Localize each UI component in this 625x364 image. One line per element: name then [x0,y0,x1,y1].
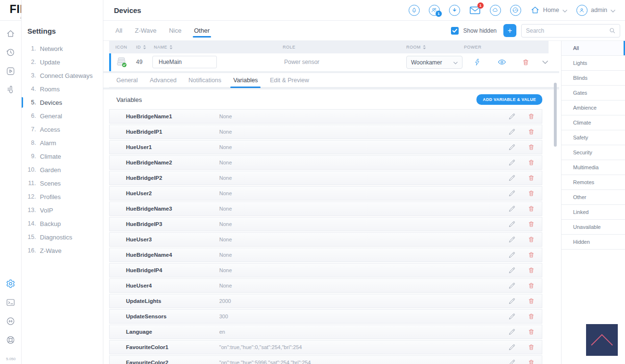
category-item[interactable]: Other [562,190,625,205]
home-icon[interactable] [6,29,15,38]
edit-pencil-icon[interactable] [508,282,516,290]
category-item[interactable]: Security [562,145,625,160]
category-item[interactable]: Lights [562,56,625,71]
settings-nav-item[interactable]: 7. Access [22,123,103,136]
device-subtab[interactable]: Variables [233,73,258,88]
history-icon[interactable] [6,48,15,57]
device-subtab[interactable]: Notifications [188,73,221,88]
device-subtab[interactable]: Advanced [150,73,176,88]
settings-nav-item[interactable]: 9. Climate [22,150,103,163]
scrollbar-thumb[interactable] [554,83,557,147]
edit-pencil-icon[interactable] [508,343,516,351]
delete-variable-icon[interactable] [527,297,535,305]
users-icon[interactable]: 1 [429,5,440,16]
category-item[interactable]: Hidden [562,235,625,250]
delete-device-icon[interactable] [521,58,530,66]
settings-nav-item[interactable]: 3. Connect Gateways [22,69,103,82]
category-item[interactable]: Ambience [562,100,625,115]
category-item[interactable]: Blinds [562,71,625,86]
category-item[interactable]: Climate [562,115,625,130]
delete-variable-icon[interactable] [527,313,535,321]
search-input[interactable] [526,27,609,34]
settings-icon[interactable] [6,279,15,289]
edit-pencil-icon[interactable] [508,113,516,121]
delete-variable-icon[interactable] [527,282,535,290]
settings-nav-item[interactable]: 8. Alarm [22,136,103,150]
settings-nav-item[interactable]: 2. Update [22,55,103,69]
delete-variable-icon[interactable] [527,328,535,336]
edit-pencil-icon[interactable] [508,174,516,182]
category-item[interactable]: Remotes [562,175,625,190]
device-name-input[interactable] [152,56,217,68]
delete-variable-icon[interactable] [527,266,535,275]
edit-pencil-icon[interactable] [508,236,516,244]
category-item[interactable]: All [562,41,625,56]
delete-variable-icon[interactable] [527,113,535,121]
edit-pencil-icon[interactable] [508,328,516,336]
device-tab[interactable]: Z-Wave [135,21,156,41]
column-header-role[interactable]: ROLE [283,41,296,53]
edit-pencil-icon[interactable] [508,159,516,167]
column-header-name[interactable]: NAME [154,41,173,53]
device-subtab[interactable]: Edit & Preview [270,73,309,88]
home-selector[interactable]: Home [530,5,567,15]
settings-nav-item[interactable]: 16. Z-Wave [22,244,103,257]
chart-widget[interactable] [586,324,618,356]
account-selector[interactable]: admin [576,5,615,16]
category-item[interactable]: Multimedia [562,160,625,175]
power-bolt-icon[interactable] [473,58,481,66]
add-variable-button[interactable]: ADD VARIABLE & VALUE [476,94,542,105]
room-select[interactable]: Woonkamer [406,56,462,69]
edit-pencil-icon[interactable] [508,251,516,259]
delete-variable-icon[interactable] [527,174,535,182]
settings-nav-item[interactable]: 11. Scenes [22,176,103,190]
delete-variable-icon[interactable] [527,128,535,136]
cloud-icon[interactable] [490,5,501,16]
expand-chevron-icon[interactable] [541,58,550,66]
settings-nav-item[interactable]: 4. Rooms [22,82,103,96]
delete-variable-icon[interactable] [527,159,535,167]
connections-icon[interactable] [6,316,15,326]
delete-variable-icon[interactable] [527,359,535,364]
settings-nav-item[interactable]: 14. Backup [22,217,103,230]
edit-pencil-icon[interactable] [508,205,516,213]
delete-variable-icon[interactable] [527,143,535,151]
device-tab[interactable]: All [115,21,122,41]
settings-nav-item[interactable]: 15. Diagnostics [22,230,103,244]
delete-variable-icon[interactable] [527,205,535,213]
media-icon[interactable] [6,66,15,76]
visibility-eye-icon[interactable] [498,58,506,66]
show-hidden-checkbox[interactable] [451,27,459,35]
edit-pencil-icon[interactable] [508,220,516,228]
settings-nav-item[interactable]: 6. General [22,109,103,123]
add-device-button[interactable]: + [503,24,516,37]
terminal-icon[interactable] [6,298,15,307]
settings-nav-item[interactable]: 13. VoIP [22,203,103,217]
column-header-power[interactable]: POWER [464,41,482,53]
edit-pencil-icon[interactable] [508,313,516,321]
settings-nav-item[interactable]: 5. Devices [22,96,103,109]
edit-pencil-icon[interactable] [508,189,516,198]
support-icon[interactable] [6,335,15,345]
climate-icon[interactable] [6,85,15,95]
edit-pencil-icon[interactable] [508,297,516,305]
delete-variable-icon[interactable] [527,189,535,198]
device-tab[interactable]: Other [194,21,210,41]
column-header-id[interactable]: ID [136,41,146,53]
edit-pencil-icon[interactable] [508,266,516,275]
delete-variable-icon[interactable] [527,343,535,351]
settings-nav-item[interactable]: 12. Profiles [22,190,103,203]
edit-pencil-icon[interactable] [508,359,516,364]
edit-pencil-icon[interactable] [508,128,516,136]
category-item[interactable]: Gates [562,86,625,100]
device-subtab[interactable]: General [116,73,138,88]
category-item[interactable]: Safety [562,130,625,145]
edit-pencil-icon[interactable] [508,143,516,151]
alarm-bell-icon[interactable] [409,5,420,16]
download-icon[interactable] [449,5,460,16]
category-item[interactable]: Unavailable [562,220,625,235]
column-header-icon[interactable]: ICON [115,41,127,53]
delete-variable-icon[interactable] [527,220,535,228]
settings-nav-item[interactable]: 10. Garden [22,163,103,176]
delete-variable-icon[interactable] [527,251,535,259]
